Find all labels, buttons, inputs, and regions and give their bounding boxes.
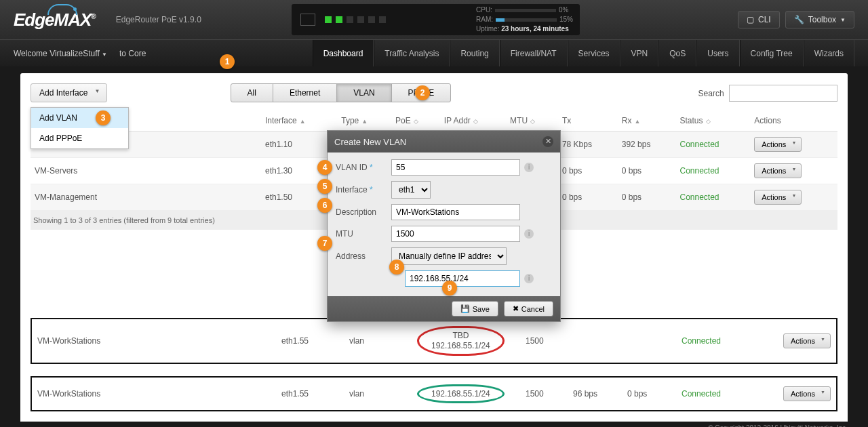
- save-icon: 💾: [460, 304, 470, 313]
- col-rx[interactable]: Rx▲: [618, 110, 676, 131]
- add-interface-menu: Add VLAN Add PPPoE: [31, 107, 129, 149]
- step-badge-7: 7: [317, 236, 332, 251]
- mtu-label: MTU: [336, 229, 391, 239]
- tab-qos[interactable]: QoS: [658, 40, 696, 66]
- interface-select[interactable]: eth1: [391, 181, 431, 199]
- main-tabs: Dashboard Traffic Analysis Routing Firew…: [313, 40, 854, 66]
- col-ip[interactable]: IP Addr◇: [440, 110, 506, 131]
- step-badge-8: 8: [389, 260, 404, 274]
- led-3: [347, 16, 353, 23]
- cancel-icon: ✖: [513, 304, 519, 313]
- add-vlan-item[interactable]: Add VLAN: [31, 108, 128, 128]
- step-badge-9: 9: [442, 281, 457, 296]
- led-4: [357, 16, 364, 23]
- tab-dashboard[interactable]: Dashboard: [313, 40, 374, 66]
- step-badge-3: 3: [96, 110, 111, 125]
- col-poe[interactable]: PoE◇: [391, 110, 440, 131]
- tab-services[interactable]: Services: [568, 40, 620, 66]
- toolbox-button[interactable]: 🔧Toolbox▼: [785, 11, 854, 28]
- col-tx[interactable]: Tx: [558, 110, 618, 131]
- tab-config-tree[interactable]: Config Tree: [740, 40, 804, 66]
- search-label: Search: [698, 89, 724, 98]
- info-icon[interactable]: i: [524, 274, 534, 283]
- filter-ethernet[interactable]: Ethernet: [273, 83, 337, 102]
- interface-label: Interface *: [336, 185, 391, 195]
- port-icon: [300, 14, 315, 26]
- mtu-input[interactable]: [391, 226, 520, 242]
- step-badge-2: 2: [415, 85, 430, 100]
- step-badge-1: 1: [220, 54, 235, 69]
- cli-button[interactable]: ▢CLI: [738, 11, 780, 28]
- step-badge-4: 4: [317, 160, 332, 175]
- terminal-icon: ▢: [747, 15, 754, 24]
- ip-pending-highlight: TBD192.168.55.1/24: [417, 326, 505, 356]
- tab-users[interactable]: Users: [696, 40, 739, 66]
- filter-vlan[interactable]: VLAN: [336, 83, 391, 102]
- system-stats: CPU:0% RAM:15% Uptime: 23 hours, 24 minu…: [476, 5, 573, 34]
- system-panel: CPU:0% RAM:15% Uptime: 23 hours, 24 minu…: [292, 4, 580, 35]
- description-input[interactable]: [391, 204, 520, 220]
- save-button[interactable]: 💾Save: [452, 301, 498, 317]
- col-actions: Actions: [750, 110, 837, 131]
- tab-vpn[interactable]: VPN: [620, 40, 659, 66]
- col-interface[interactable]: Interface▲: [261, 110, 337, 131]
- welcome-user[interactable]: Welcome VirtualizeStuff ▼: [14, 49, 107, 58]
- vlanid-label: VLAN ID *: [336, 163, 391, 172]
- nav-row: Welcome VirtualizeStuff ▼ to Core Dashbo…: [0, 39, 868, 66]
- col-status[interactable]: Status◇: [675, 110, 750, 131]
- led-1: [325, 16, 332, 23]
- tab-wizards[interactable]: Wizards: [804, 40, 854, 66]
- add-pppoe-item[interactable]: Add PPPoE: [31, 128, 128, 148]
- info-icon[interactable]: i: [524, 163, 534, 172]
- row-actions-button[interactable]: Actions: [783, 386, 831, 401]
- search-input[interactable]: [729, 85, 837, 102]
- copyright: © Copyright 2012-2016 Ubiquiti Networks,…: [0, 422, 868, 427]
- description-label: Description: [336, 207, 391, 217]
- result-row-pending: VM-WorkStations eth1.55 vlan TBD192.168.…: [31, 318, 837, 364]
- led-2: [336, 16, 342, 23]
- tab-routing[interactable]: Routing: [450, 40, 499, 66]
- wrench-icon: 🔧: [794, 15, 804, 24]
- cancel-button[interactable]: ✖Cancel: [504, 301, 553, 317]
- address-mode-select[interactable]: Manually define IP address: [391, 247, 507, 265]
- row-actions-button[interactable]: Actions: [754, 137, 802, 152]
- tab-traffic-analysis[interactable]: Traffic Analysis: [374, 40, 450, 66]
- logo: EdgeMAX®: [14, 9, 96, 30]
- step-badge-6: 6: [317, 198, 332, 213]
- address-label: Address: [336, 251, 391, 261]
- close-icon[interactable]: ✕: [542, 136, 553, 147]
- add-interface-button[interactable]: Add Interface: [31, 83, 107, 102]
- to-core-link[interactable]: to Core: [119, 49, 146, 58]
- led-6: [379, 16, 386, 23]
- ip-final-highlight: 192.168.55.1/24: [417, 384, 505, 403]
- col-mtu[interactable]: MTU◇: [506, 110, 558, 131]
- row-actions-button[interactable]: Actions: [783, 333, 831, 348]
- info-icon[interactable]: i: [524, 229, 534, 239]
- tab-firewall-nat[interactable]: Firewall/NAT: [500, 40, 568, 66]
- led-5: [368, 16, 375, 23]
- row-actions-button[interactable]: Actions: [754, 190, 802, 205]
- product-name: EdgeRouter PoE v1.9.0: [116, 15, 201, 24]
- col-type[interactable]: Type▲: [337, 110, 391, 131]
- top-bar: EdgeMAX® EdgeRouter PoE v1.9.0 CPU:0% RA…: [0, 0, 868, 39]
- row-actions-button[interactable]: Actions: [754, 163, 802, 178]
- modal-title: Create New VLAN: [334, 137, 406, 147]
- ip-address-input[interactable]: [405, 270, 520, 287]
- modal-title-bar: Create New VLAN ✕: [328, 131, 560, 152]
- search-box: Search: [698, 85, 837, 102]
- step-badge-5: 5: [317, 179, 332, 194]
- filter-all[interactable]: All: [231, 83, 273, 102]
- result-row-final: VM-WorkStations eth1.55 vlan 192.168.55.…: [31, 376, 837, 411]
- vlanid-input[interactable]: [391, 159, 520, 176]
